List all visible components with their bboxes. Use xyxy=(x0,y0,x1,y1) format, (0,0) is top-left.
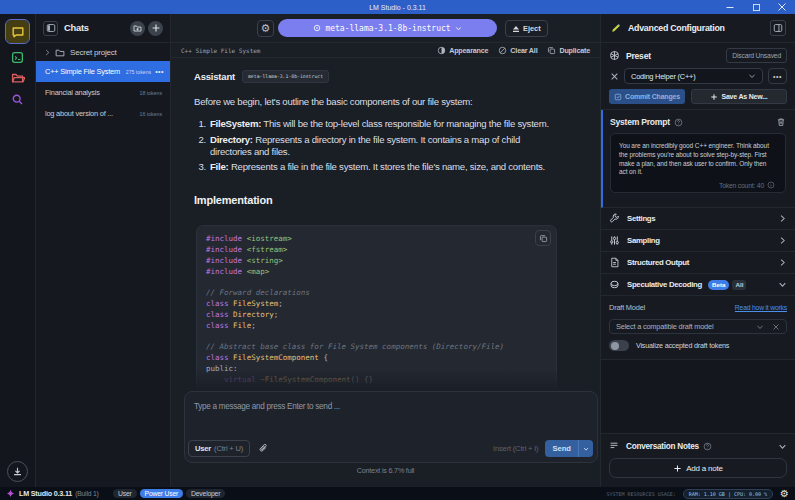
message-input[interactable]: Type a message and press Enter to send .… xyxy=(184,391,598,463)
add-note-button[interactable]: Add a note xyxy=(609,458,787,478)
attach-file-button[interactable] xyxy=(254,440,272,457)
system-prompt-text: You are an incredibly good C++ engineer.… xyxy=(619,142,775,177)
chevron-down-icon xyxy=(455,25,462,32)
section-speculative-decoding[interactable]: Speculative DecodingBetaAll xyxy=(601,274,795,296)
chats-title: Chats xyxy=(64,23,127,33)
chat-list-item[interactable]: Financial analysis18 tokens xyxy=(36,82,170,103)
help-icon[interactable] xyxy=(703,442,712,451)
clear-preset-icon[interactable] xyxy=(609,72,619,81)
section-sampling[interactable]: Sampling xyxy=(601,230,795,252)
folder-plus-icon xyxy=(133,24,142,33)
mode-power-user[interactable]: Power User xyxy=(140,489,184,498)
nav-developer-button[interactable] xyxy=(6,47,29,67)
chevron-down-icon[interactable] xyxy=(778,442,787,451)
collapse-sidebar-icon[interactable] xyxy=(43,21,58,36)
section-label: Settings xyxy=(627,214,655,223)
draft-model-select[interactable]: Select a compatible draft model xyxy=(609,319,787,334)
assistant-model-chip: meta-llama-3.1-8b-instruct xyxy=(242,70,329,83)
sliders-icon xyxy=(609,235,620,246)
plus-icon xyxy=(710,93,718,101)
code-line: class FileSystem; xyxy=(206,299,547,310)
implementation-heading: Implementation xyxy=(194,194,586,206)
x-icon xyxy=(610,72,619,81)
chat-list-item[interactable]: log about version of ...16 tokens xyxy=(36,103,170,124)
code-line: public: xyxy=(206,364,547,375)
maximize-icon[interactable] xyxy=(743,0,769,14)
window-controls xyxy=(717,0,795,14)
send-options-caret[interactable] xyxy=(578,440,593,457)
chat-title: C++ Simple File System xyxy=(45,67,123,76)
settings-gear-icon[interactable]: ⚙ xyxy=(780,489,789,499)
minimize-icon[interactable] xyxy=(717,0,743,14)
new-chat-button[interactable] xyxy=(148,21,163,36)
folder-secret-project[interactable]: Secret project xyxy=(36,44,170,61)
assistant-list-item: 2.Directory: Represents a directory in t… xyxy=(194,134,558,158)
system-prompt-editor[interactable]: You are an incredibly good C++ engineer.… xyxy=(610,133,786,193)
appearance-button[interactable]: Appearance xyxy=(437,46,488,55)
section-label: Structured Output xyxy=(627,258,689,267)
nav-chat-button[interactable] xyxy=(6,20,29,43)
plus-icon xyxy=(151,23,161,33)
eject-model-button[interactable]: Eject xyxy=(505,20,548,37)
collapse-panel-icon[interactable] xyxy=(770,20,786,36)
discard-unsaved-button[interactable]: Discard Unsaved xyxy=(726,48,787,63)
section-structured-output[interactable]: Structured Output xyxy=(601,252,795,274)
code-line: #include <iostream> xyxy=(206,234,547,245)
read-how-it-works-link[interactable]: Read how it works xyxy=(735,304,787,311)
chat-token-count: 16 tokens xyxy=(140,111,163,117)
all-badge[interactable]: All xyxy=(732,280,746,290)
download-icon xyxy=(12,466,23,477)
preset-section: Preset Discard Unsaved Coding Helper (C+… xyxy=(601,43,795,110)
info-icon xyxy=(767,181,775,189)
chat-menu-icon[interactable]: ••• xyxy=(155,68,164,75)
nav-discover-button[interactable] xyxy=(6,89,29,109)
chats-sidebar: Chats xyxy=(36,14,171,487)
mode-user[interactable]: User xyxy=(113,489,137,498)
chat-token-count: 18 tokens xyxy=(140,90,163,96)
copy-code-icon[interactable] xyxy=(535,230,551,246)
preset-icon xyxy=(609,50,620,61)
help-icon[interactable] xyxy=(674,118,683,127)
draft-model-label: Draft Model xyxy=(609,303,735,312)
chat-list-item[interactable]: C++ Simple File System275 tokens••• xyxy=(36,61,170,82)
breadcrumb-bar: C++ Simple File System Appearance Clear … xyxy=(171,43,600,58)
nav-models-folder-button[interactable] xyxy=(6,68,29,88)
save-as-new-button[interactable]: Save As New... xyxy=(691,89,787,104)
pencil-icon xyxy=(610,22,622,34)
beta-badge[interactable]: Beta xyxy=(708,280,729,290)
preset-menu-button[interactable]: ••• xyxy=(768,68,787,84)
insert-hint[interactable]: Insert (Ctrl + I) xyxy=(493,444,538,453)
trash-icon[interactable] xyxy=(776,117,786,127)
model-bar: ⚙ meta-llama-3.1-8b-instruct Eject xyxy=(171,14,600,43)
advanced-configuration-panel: Advanced Configuration Preset Discard Un… xyxy=(600,14,795,487)
mode-developer[interactable]: Developer xyxy=(186,489,225,498)
commit-changes-button[interactable]: Commit Changes xyxy=(609,89,685,104)
system-prompt-section: System Prompt You are an incredibly good… xyxy=(601,110,795,208)
duplicate-button[interactable]: Duplicate xyxy=(547,46,590,55)
loaded-model-name: meta-llama-3.1-8b-instruct xyxy=(325,24,450,33)
loaded-model-selector[interactable]: meta-llama-3.1-8b-instruct xyxy=(278,19,497,37)
context-usage-label: Context is 6.7% full xyxy=(184,466,587,475)
code-line: virtual ~FileSystemComponent() {} xyxy=(206,375,547,386)
send-button[interactable]: Send xyxy=(545,440,593,457)
clear-all-button[interactable]: Clear All xyxy=(498,46,537,55)
assistant-intro-text: Before we begin, let's outline the basic… xyxy=(194,96,586,107)
preset-select[interactable]: Coding Helper (C++) xyxy=(624,68,763,84)
sidebar-panel-icon xyxy=(773,23,783,33)
eject-icon xyxy=(512,25,520,33)
user-role-button[interactable]: User (Ctrl + U) xyxy=(188,440,250,457)
chevron-down-icon xyxy=(748,72,756,80)
resources-pill[interactable]: RAM: 1.10 GB | CPU: 0.00 % xyxy=(683,489,773,499)
visualize-tokens-toggle[interactable] xyxy=(609,340,629,351)
section-label: Sampling xyxy=(627,236,660,245)
preset-value: Coding Helper (C++) xyxy=(631,72,695,81)
assistant-list-item: 3.File: Represents a file in the file sy… xyxy=(194,161,558,173)
plus-icon xyxy=(673,464,682,473)
model-settings-gear-icon[interactable]: ⚙ xyxy=(257,20,274,37)
clear-draft-icon[interactable] xyxy=(772,323,780,331)
titlebar: LM Studio - 0.3.11 xyxy=(0,0,795,14)
downloads-button[interactable] xyxy=(7,461,28,482)
close-icon[interactable] xyxy=(769,0,795,14)
new-folder-button[interactable] xyxy=(130,21,145,36)
section-settings[interactable]: Settings xyxy=(601,208,795,230)
